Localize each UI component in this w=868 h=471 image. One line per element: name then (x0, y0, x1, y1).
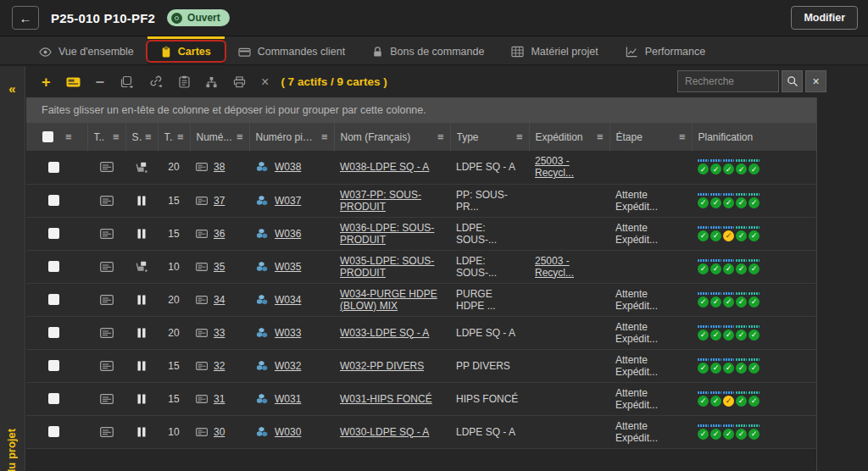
column-header-s[interactable]: S..≡ (125, 123, 158, 151)
name-link[interactable]: W035-LDPE: SOUS-PRODUIT (340, 255, 434, 279)
card-number-link[interactable]: 35 (214, 261, 225, 273)
card-number-link[interactable]: 33 (214, 327, 225, 339)
column-menu-icon[interactable]: ≡ (177, 130, 184, 143)
search-clear-button[interactable]: × (805, 70, 826, 92)
planif-step-badge[interactable]: ✓ (710, 226, 721, 241)
column-header-etape[interactable]: Étape≡ (609, 123, 692, 151)
column-menu-icon[interactable]: ≡ (321, 130, 328, 143)
name-link[interactable]: W038-LDPE SQ - A (340, 161, 429, 173)
planif-step-badge[interactable]: ✓ (698, 325, 709, 341)
planif-step-badge[interactable]: ✓ (723, 226, 734, 241)
row-checkbox[interactable] (48, 393, 59, 404)
back-button[interactable]: ← (12, 6, 39, 30)
planif-step-badge[interactable]: ✓ (710, 424, 721, 440)
card-number-link[interactable]: 34 (214, 294, 225, 306)
planif-step-badge[interactable]: ✓ (723, 259, 734, 274)
tab-bons-de-commande[interactable]: Bons de commande (359, 36, 498, 64)
planif-step-badge[interactable]: ✓ (736, 193, 747, 208)
tab-commandes-client[interactable]: Commandes client (225, 36, 359, 64)
card-number-link[interactable]: 37 (214, 195, 225, 207)
row-checkbox[interactable] (48, 360, 59, 371)
name-link[interactable]: W031-HIPS FONCÉ (340, 393, 432, 405)
planif-step-badge[interactable]: ✓ (748, 259, 760, 274)
planif-step-badge[interactable]: ✓ (723, 159, 734, 175)
card-number-link[interactable]: 32 (214, 360, 225, 372)
edit-button[interactable]: Modifier (791, 6, 858, 30)
name-link[interactable]: W033-LDPE SQ - A (340, 327, 429, 339)
row-checkbox[interactable] (48, 426, 59, 437)
piece-number-link[interactable]: W036 (275, 228, 301, 240)
planif-step-badge[interactable]: ✓ (748, 424, 760, 440)
name-link[interactable]: W034-PURGE HDPE (BLOW) MIX (340, 288, 437, 312)
sidebar-collapse-icon[interactable]: « (0, 81, 25, 96)
planif-step-badge[interactable]: ✓ (736, 325, 747, 341)
column-header-nume[interactable]: Numé...≡ (190, 123, 249, 151)
column-menu-icon[interactable]: ≡ (145, 130, 152, 143)
link-button[interactable] (149, 75, 164, 88)
hierarchy-button[interactable] (205, 76, 218, 88)
tab-vue-d-ensemble[interactable]: Vue d'ensemble (25, 36, 147, 64)
row-checkbox[interactable] (48, 327, 59, 338)
column-menu-icon[interactable]: ≡ (236, 130, 243, 143)
new-card-button[interactable] (66, 77, 81, 87)
planif-step-badge[interactable]: ✓ (710, 159, 721, 175)
duplicate-button[interactable] (120, 75, 134, 89)
piece-number-link[interactable]: W031 (275, 393, 301, 405)
planif-step-badge[interactable]: ✓ (710, 358, 721, 374)
column-menu-icon[interactable]: ≡ (597, 130, 604, 143)
planif-step-badge[interactable]: ✓ (710, 193, 721, 208)
planif-step-badge[interactable]: ✓ (748, 292, 760, 308)
card-number-link[interactable]: 36 (214, 228, 225, 240)
column-menu-icon[interactable]: ≡ (65, 130, 72, 143)
column-header-numero-piece[interactable]: Numéro pièce≡ (249, 123, 334, 151)
planif-step-badge[interactable]: ✓ (710, 292, 721, 308)
clear-button[interactable]: × (261, 76, 269, 88)
planif-step-badge[interactable]: ✓ (698, 193, 709, 208)
column-menu-icon[interactable]: ≡ (437, 130, 444, 143)
tab-materiel-projet[interactable]: Matériel projet (498, 36, 611, 64)
column-header-t[interactable]: T...≡ (158, 123, 190, 151)
planif-step-badge[interactable]: ✓ (698, 159, 709, 175)
row-checkbox[interactable] (48, 195, 59, 206)
planif-step-badge[interactable]: ✓ (723, 193, 734, 208)
row-checkbox[interactable] (48, 294, 59, 305)
column-menu-icon[interactable]: ≡ (516, 130, 523, 143)
tab-performance[interactable]: Performance (612, 36, 720, 64)
planif-step-badge[interactable]: ✓ (698, 259, 709, 274)
planif-step-badge[interactable]: ✓ (736, 259, 747, 274)
planif-step-badge[interactable]: ✓ (710, 259, 721, 274)
planif-step-badge[interactable]: ✓ (736, 424, 747, 440)
planif-step-badge[interactable]: ✓ (736, 226, 747, 241)
piece-number-link[interactable]: W032 (275, 360, 301, 372)
group-by-bar[interactable]: Faites glisser un en-tête de colonne et … (26, 97, 816, 123)
name-link[interactable]: W032-PP DIVERS (340, 360, 424, 372)
column-header-expedition[interactable]: Expédition≡ (529, 123, 609, 151)
column-menu-icon[interactable]: ≡ (113, 130, 120, 143)
column-header-type[interactable]: Type≡ (450, 123, 529, 151)
column-menu-icon[interactable]: ≡ (679, 130, 686, 143)
planif-step-badge[interactable]: ✓ (710, 325, 721, 341)
name-link[interactable]: W037-PP: SOUS-PRODUIT (340, 189, 421, 213)
name-link[interactable]: W030-LDPE SQ - A (340, 426, 429, 438)
card-number-link[interactable]: 30 (214, 426, 225, 438)
planif-step-badge[interactable]: ✓ (748, 226, 760, 241)
column-header-nom-francais[interactable]: Nom (Français)≡ (334, 123, 450, 151)
search-button[interactable] (782, 70, 803, 92)
planif-step-badge[interactable]: ✓ (748, 391, 760, 407)
planif-step-badge[interactable]: ✓ (748, 358, 760, 374)
planif-step-badge[interactable]: ✓ (736, 292, 747, 308)
column-header-planification[interactable]: Planification (692, 123, 816, 151)
planif-step-badge[interactable]: ✓ (710, 391, 721, 407)
search-input[interactable] (677, 70, 779, 92)
expedition-link[interactable]: 25003 - Recycl... (535, 255, 574, 279)
add-button[interactable]: + (42, 76, 51, 88)
planif-step-badge[interactable]: ✓ (698, 226, 709, 241)
piece-number-link[interactable]: W030 (275, 426, 301, 438)
name-link[interactable]: W036-LDPE: SOUS-PRODUIT (340, 222, 434, 246)
card-number-link[interactable]: 38 (214, 161, 225, 173)
row-checkbox[interactable] (48, 261, 59, 272)
piece-number-link[interactable]: W034 (275, 294, 301, 306)
planif-step-badge[interactable]: ✓ (736, 391, 747, 407)
paste-button[interactable] (179, 75, 190, 88)
planif-step-badge[interactable]: ✓ (698, 424, 709, 440)
